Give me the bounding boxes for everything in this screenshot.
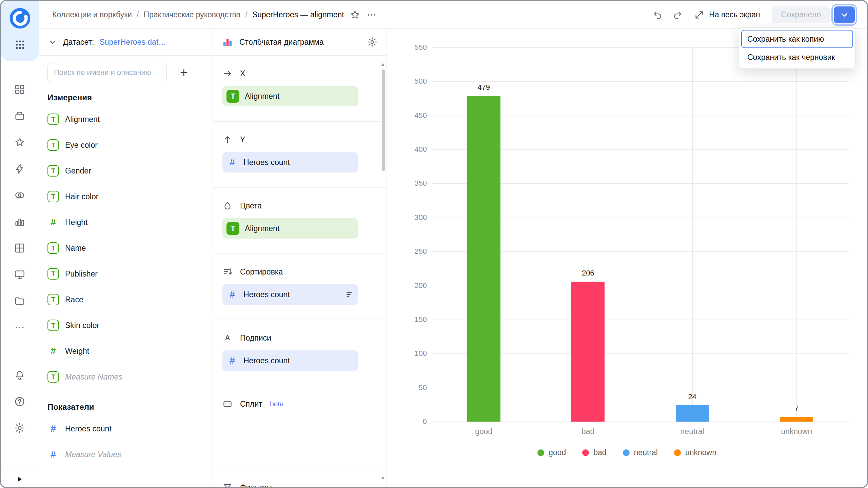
favorites-icon xyxy=(14,137,25,148)
field-item[interactable]: TName xyxy=(39,235,213,261)
rail-bottom xyxy=(1,369,38,434)
field-item[interactable]: TGender xyxy=(39,158,213,184)
field-pill[interactable]: TAlignment xyxy=(222,218,358,239)
apps-grid-icon xyxy=(14,39,26,50)
field-label: Measure Values xyxy=(65,450,121,459)
nav-monitoring-button[interactable] xyxy=(14,269,25,280)
legend-item-unknown[interactable]: unknown xyxy=(674,448,716,457)
bar-good[interactable] xyxy=(467,96,500,422)
expand-panel-button[interactable] xyxy=(16,475,24,483)
field-item[interactable]: THair color xyxy=(39,184,213,209)
field-item[interactable]: TAlignment xyxy=(39,106,213,132)
nav-storage-button[interactable] xyxy=(14,295,25,307)
legend-label: bad xyxy=(593,448,606,457)
section-header: Сплитbeta xyxy=(213,394,387,414)
nav-connections-button[interactable] xyxy=(14,189,25,201)
breadcrumb-item[interactable]: SuperHeroes — alignment xyxy=(252,10,344,19)
breadcrumb-separator: / xyxy=(245,10,247,19)
notifications-icon xyxy=(14,369,25,381)
y-axis-tick-label: 200 xyxy=(393,281,427,290)
undo-button[interactable] xyxy=(653,10,663,20)
field-search-input[interactable] xyxy=(47,63,167,82)
save-options-button[interactable] xyxy=(834,6,855,23)
legend-item-bad[interactable]: bad xyxy=(582,448,606,457)
app-window: Коллекции и воркбуки/Практические руково… xyxy=(0,0,868,488)
field-item[interactable]: #Measure Values xyxy=(39,442,213,467)
nav-settings-button[interactable] xyxy=(14,422,25,434)
datasets-icon xyxy=(14,242,25,254)
field-item[interactable]: TPublisher xyxy=(39,261,213,287)
bar-unknown[interactable] xyxy=(780,417,813,422)
scroll-up-arrow[interactable]: ▲ xyxy=(380,61,385,67)
chart-legend: goodbadneutralunknown xyxy=(387,448,867,457)
bar-value-label: 479 xyxy=(457,83,511,92)
sort-order-icon[interactable] xyxy=(345,290,354,299)
legend-item-good[interactable]: good xyxy=(537,448,566,457)
field-item[interactable]: #Weight xyxy=(39,338,213,364)
y-axis-tick-label: 150 xyxy=(393,315,427,324)
x-axis-tick-label: neutral xyxy=(652,427,733,436)
scrollbar-thumb[interactable] xyxy=(382,69,385,171)
chart-settings-button[interactable] xyxy=(367,37,378,47)
storage-icon xyxy=(14,295,25,307)
number-field-icon: # xyxy=(226,289,238,300)
y-axis-tick-label: 300 xyxy=(393,213,427,222)
y-axis-tick-label: 350 xyxy=(393,179,427,188)
breadcrumb-item[interactable]: Практические руководства xyxy=(143,10,240,19)
field-label: Alignment xyxy=(65,115,100,124)
field-item[interactable]: TEye color xyxy=(39,132,213,158)
labels-icon: A xyxy=(222,333,233,343)
dataset-label: Датасет: xyxy=(63,38,94,47)
dataset-name-link[interactable]: SuperHeroes dat… xyxy=(99,38,166,47)
y-axis-tick-label: 100 xyxy=(393,349,427,358)
nav-workbooks-button[interactable] xyxy=(14,110,25,122)
field-pill[interactable]: #Heroes count xyxy=(222,350,358,371)
split-icon xyxy=(222,399,233,409)
bar-neutral[interactable] xyxy=(676,405,709,422)
chart-type-label[interactable]: Столбчатая диаграмма xyxy=(239,38,324,47)
section-header: Y xyxy=(213,130,387,149)
field-label: Weight xyxy=(65,347,89,356)
star-icon xyxy=(350,9,360,20)
breadcrumb-item[interactable]: Коллекции и воркбуки xyxy=(52,10,132,19)
nav-notifications-button[interactable] xyxy=(14,369,25,381)
save-menu-item[interactable]: Сохранить как черновик xyxy=(741,48,853,66)
number-field-icon: # xyxy=(47,423,59,434)
nav-help-button[interactable] xyxy=(14,396,25,407)
scroll-down-arrow[interactable]: ▼ xyxy=(380,475,385,481)
field-label: Skin color xyxy=(65,321,99,330)
field-pill[interactable]: TAlignment xyxy=(222,86,358,106)
legend-item-neutral[interactable]: neutral xyxy=(623,448,658,457)
field-item[interactable]: TRace xyxy=(39,287,213,312)
pill-label: Alignment xyxy=(245,92,279,101)
redo-button[interactable] xyxy=(672,10,683,20)
nav-charts-button[interactable] xyxy=(14,216,25,227)
field-item[interactable]: TMeasure Names xyxy=(39,364,213,390)
nav-widgets-button[interactable] xyxy=(14,84,25,95)
nav-more-button[interactable] xyxy=(14,322,25,333)
field-item[interactable]: #Heroes count xyxy=(39,416,213,442)
favorite-star-button[interactable] xyxy=(350,9,360,20)
undo-icon xyxy=(653,10,663,20)
text-field-icon: T xyxy=(47,139,59,151)
field-item[interactable]: TSkin color xyxy=(39,312,213,338)
nav-quick-actions-button[interactable] xyxy=(14,163,25,175)
nav-favorites-button[interactable] xyxy=(14,137,25,148)
dataset-collapse-button[interactable] xyxy=(47,37,58,47)
more-actions-button[interactable] xyxy=(366,9,377,21)
saved-button[interactable]: Сохранено xyxy=(772,6,830,23)
text-field-icon: T xyxy=(226,90,239,103)
number-field-icon: # xyxy=(47,449,59,460)
add-field-button[interactable]: + xyxy=(175,64,193,81)
x-axis-tick-label: bad xyxy=(547,427,629,436)
field-pill[interactable]: #Heroes count xyxy=(222,152,358,172)
section-label: Цвета xyxy=(240,201,262,210)
field-pill[interactable]: #Heroes count xyxy=(222,284,358,305)
gridline xyxy=(432,81,849,82)
bar-bad[interactable] xyxy=(571,282,605,422)
nav-datasets-button[interactable] xyxy=(14,242,25,254)
save-menu-item[interactable]: Сохранить как копию xyxy=(741,30,853,48)
rail-footer xyxy=(1,471,38,487)
field-item[interactable]: #Height xyxy=(39,209,213,235)
fullscreen-button[interactable]: На весь экран xyxy=(692,9,762,20)
